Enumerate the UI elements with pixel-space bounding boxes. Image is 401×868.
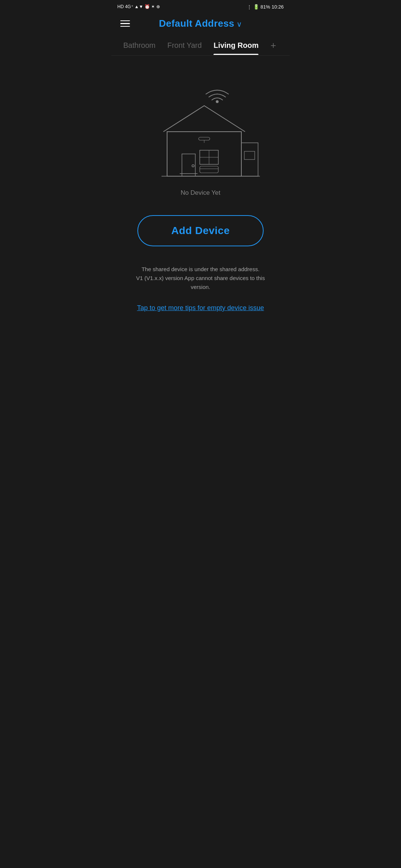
- status-left-text: HD 4G⁺ ▲▼ ⏰ ✶ ⊕: [117, 4, 160, 9]
- battery-icon: 🔋 81%: [253, 4, 270, 10]
- room-tabs: Bathroom Front Yard Living Room +: [111, 35, 290, 56]
- add-device-button[interactable]: Add Device: [137, 215, 264, 246]
- address-title: Default Address: [159, 18, 234, 29]
- status-right: ⋮ 🔋 81% 10:26: [247, 4, 284, 10]
- tab-living-room[interactable]: Living Room: [208, 37, 264, 55]
- svg-rect-3: [182, 154, 195, 176]
- menu-line-3: [120, 26, 130, 27]
- menu-button[interactable]: [119, 19, 131, 29]
- svg-point-4: [192, 165, 194, 167]
- house-illustration: [141, 78, 260, 182]
- tab-front-yard[interactable]: Front Yard: [162, 37, 208, 55]
- address-selector[interactable]: Default Address ∨: [159, 18, 242, 29]
- status-left: HD 4G⁺ ▲▼ ⏰ ✶ ⊕: [117, 4, 160, 9]
- svg-rect-12: [199, 137, 210, 140]
- house-svg: [141, 78, 260, 182]
- tips-link[interactable]: Tap to get more tips for empty device is…: [137, 304, 264, 312]
- svg-rect-1: [167, 132, 241, 176]
- chevron-down-icon: ∨: [237, 20, 242, 29]
- status-bar: HD 4G⁺ ▲▼ ⏰ ✶ ⊕ ⋮ 🔋 81% 10:26: [111, 0, 290, 13]
- time-display: 10:26: [271, 4, 284, 10]
- no-device-text: No Device Yet: [181, 189, 221, 197]
- info-section: The shared device is under the shared ad…: [119, 265, 282, 313]
- info-text: The shared device is under the shared ad…: [126, 265, 275, 292]
- svg-rect-14: [244, 151, 255, 160]
- tab-bathroom[interactable]: Bathroom: [117, 37, 162, 55]
- add-room-button[interactable]: +: [264, 37, 282, 54]
- menu-line-2: [120, 23, 130, 24]
- main-content: No Device Yet Add Device The shared devi…: [111, 56, 290, 328]
- svg-rect-10: [200, 166, 218, 173]
- vibrate-icon: ⋮: [247, 4, 252, 10]
- svg-point-0: [216, 101, 218, 103]
- menu-line-1: [120, 20, 130, 22]
- header: Default Address ∨: [111, 13, 290, 35]
